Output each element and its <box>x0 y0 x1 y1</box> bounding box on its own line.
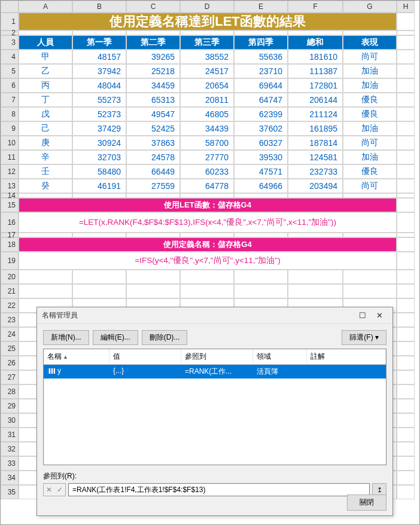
data-cell[interactable]: 24578 <box>126 150 180 164</box>
filter-button[interactable]: 篩選(F) ▾ <box>342 330 386 345</box>
row-header[interactable]: 35 <box>1 485 19 499</box>
data-cell[interactable]: 232733 <box>288 164 343 179</box>
row-header[interactable]: 5 <box>1 64 19 78</box>
empty-cell[interactable] <box>397 413 415 428</box>
row-header[interactable]: 21 <box>1 284 19 298</box>
row-header[interactable]: 24 <box>1 327 19 341</box>
empty-cell[interactable] <box>397 356 415 370</box>
empty-cell[interactable] <box>397 428 415 442</box>
empty-cell[interactable] <box>397 313 415 327</box>
data-cell[interactable]: 24517 <box>180 64 234 78</box>
data-cell[interactable]: 甲 <box>19 50 72 64</box>
row-header[interactable]: 26 <box>1 356 19 370</box>
empty-cell[interactable] <box>397 384 415 399</box>
empty-cell[interactable] <box>397 370 415 384</box>
data-cell[interactable]: 25218 <box>126 64 180 78</box>
close-button[interactable]: 關閉 <box>347 495 386 511</box>
data-cell[interactable]: 20654 <box>180 78 234 93</box>
formula-cell[interactable]: =LET(x,RANK(F4,$F$4:$F$13),IFS(x<4,"優良",… <box>19 212 397 233</box>
data-cell[interactable]: 23710 <box>234 64 288 78</box>
data-cell[interactable]: 64966 <box>234 179 288 193</box>
row-header[interactable]: 7 <box>1 93 19 107</box>
empty-cell[interactable] <box>397 456 415 471</box>
row-header[interactable]: 14 <box>1 193 19 198</box>
data-cell[interactable]: 27559 <box>126 179 180 193</box>
row-header[interactable]: 4 <box>1 50 19 64</box>
row-header[interactable]: 29 <box>1 399 19 413</box>
data-cell[interactable]: 64778 <box>180 179 234 193</box>
close-icon[interactable]: ✕ <box>371 311 388 320</box>
ref-action-icons[interactable]: ✕✓ <box>43 483 66 496</box>
data-cell[interactable]: 55273 <box>72 93 126 107</box>
data-cell[interactable]: 加油 <box>343 78 397 93</box>
data-cell[interactable]: 庚 <box>19 136 72 150</box>
data-cell[interactable]: 38552 <box>180 50 234 64</box>
empty-cell[interactable] <box>72 284 126 298</box>
data-cell[interactable]: 65313 <box>126 93 180 107</box>
row-header[interactable]: 8 <box>1 107 19 121</box>
data-cell[interactable]: 58700 <box>180 136 234 150</box>
row-header[interactable]: 15 <box>1 198 19 212</box>
empty-cell[interactable] <box>19 284 72 298</box>
empty-cell[interactable] <box>180 270 234 284</box>
row-header[interactable]: 25 <box>1 341 19 356</box>
data-cell[interactable]: 39530 <box>234 150 288 164</box>
data-cell[interactable]: 47571 <box>234 164 288 179</box>
data-cell[interactable]: 203494 <box>288 179 343 193</box>
row-header[interactable]: 30 <box>1 413 19 428</box>
data-cell[interactable]: 66449 <box>126 164 180 179</box>
row-header[interactable]: 20 <box>1 270 19 284</box>
list-row[interactable]: y {...} =RANK(工作... 活頁簿 <box>44 365 386 379</box>
data-cell[interactable]: 46191 <box>72 179 126 193</box>
row-header[interactable]: 34 <box>1 471 19 485</box>
row-header[interactable]: 19 <box>1 252 19 270</box>
empty-cell[interactable] <box>343 270 397 284</box>
data-cell[interactable]: 62399 <box>234 107 288 121</box>
data-cell[interactable]: 48157 <box>72 50 126 64</box>
data-cell[interactable]: 壬 <box>19 164 72 179</box>
col-scope[interactable]: 領域 <box>253 349 307 364</box>
edit-button[interactable]: 編輯(E)... <box>93 330 138 345</box>
col-comment[interactable]: 註解 <box>307 349 386 364</box>
data-cell[interactable]: 172801 <box>288 78 343 93</box>
data-cell[interactable]: 48044 <box>72 78 126 93</box>
col-header[interactable]: F <box>288 1 343 13</box>
row-header[interactable]: 28 <box>1 384 19 399</box>
data-cell[interactable]: 52373 <box>72 107 126 121</box>
data-cell[interactable]: 34439 <box>180 121 234 136</box>
data-cell[interactable]: 49547 <box>126 107 180 121</box>
empty-cell[interactable] <box>397 327 415 341</box>
data-cell[interactable]: 60233 <box>180 164 234 179</box>
data-cell[interactable]: 37942 <box>72 64 126 78</box>
col-value[interactable]: 值 <box>109 349 181 364</box>
row-header[interactable]: 10 <box>1 136 19 150</box>
data-cell[interactable]: 尚可 <box>343 179 397 193</box>
data-cell[interactable]: 187814 <box>288 136 343 150</box>
new-button[interactable]: 新增(N)... <box>43 330 89 345</box>
empty-cell[interactable] <box>343 284 397 298</box>
row-header[interactable]: 1 <box>1 13 19 30</box>
empty-cell[interactable] <box>397 270 415 284</box>
data-cell[interactable]: 58480 <box>72 164 126 179</box>
empty-cell[interactable] <box>234 270 288 284</box>
data-cell[interactable]: 37863 <box>126 136 180 150</box>
select-all[interactable] <box>1 1 19 13</box>
row-header[interactable]: 31 <box>1 428 19 442</box>
data-cell[interactable]: 乙 <box>19 64 72 78</box>
data-cell[interactable]: 丁 <box>19 93 72 107</box>
data-cell[interactable]: 46805 <box>180 107 234 121</box>
row-header[interactable]: 18 <box>1 237 19 252</box>
row-header[interactable]: 12 <box>1 164 19 179</box>
empty-cell[interactable] <box>126 284 180 298</box>
data-cell[interactable]: 181610 <box>288 50 343 64</box>
row-header[interactable]: 32 <box>1 442 19 456</box>
data-cell[interactable]: 20811 <box>180 93 234 107</box>
data-cell[interactable]: 206144 <box>288 93 343 107</box>
empty-cell[interactable] <box>397 442 415 456</box>
data-cell[interactable]: 癸 <box>19 179 72 193</box>
empty-cell[interactable] <box>397 471 415 485</box>
row-header[interactable]: 9 <box>1 121 19 136</box>
empty-cell[interactable] <box>72 270 126 284</box>
col-header[interactable]: B <box>72 1 126 13</box>
col-header[interactable]: G <box>343 1 397 13</box>
